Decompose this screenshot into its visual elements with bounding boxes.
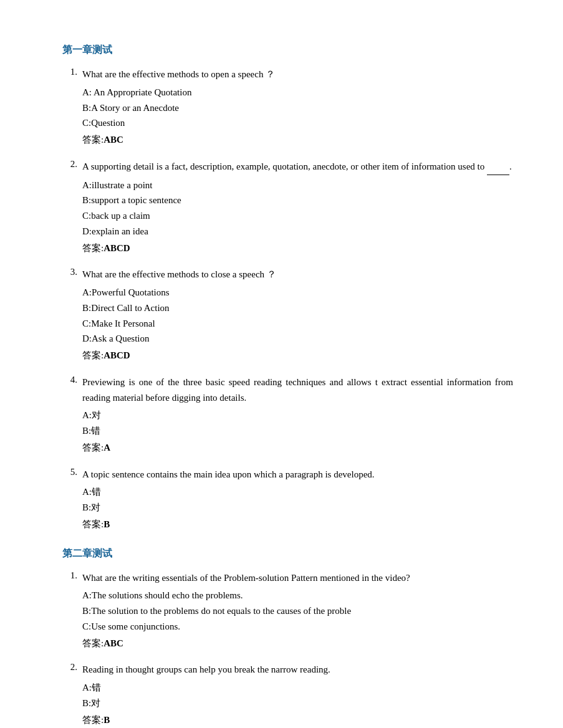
question-option: C:Make It Personal	[82, 316, 513, 332]
question-body: Previewing is one of the three basic spe…	[82, 375, 513, 456]
question-option: C:back up a claim	[82, 208, 513, 224]
chapter-title-2: 第二章测试	[62, 547, 513, 560]
question-option: B:错	[82, 423, 513, 439]
question-option: D:explain an idea	[82, 224, 513, 239]
answer-value: B	[103, 715, 110, 725]
answer-label: 答案:	[82, 519, 103, 529]
question-body: What are the effective methods to open a…	[82, 67, 513, 148]
question-item: 4.Previewing is one of the three basic s…	[62, 375, 513, 456]
question-number: 1.	[62, 67, 82, 77]
question-number: 2.	[62, 159, 82, 170]
question-number: 1.	[62, 570, 82, 581]
answer-label: 答案:	[82, 350, 103, 360]
question-text: Previewing is one of the three basic spe…	[82, 375, 513, 406]
question-option: B:A Story or an Anecdote	[82, 100, 513, 116]
question-option: B:support a topic sentence	[82, 193, 513, 208]
question-item: 2.A supporting detail is a fact, descrip…	[62, 159, 513, 256]
question-answer: 答案:B	[82, 712, 513, 728]
question-item: 1.What are the effective methods to open…	[62, 67, 513, 148]
question-option: C:Question	[82, 115, 513, 131]
answer-value: ABCD	[103, 350, 130, 360]
question-text: What are the effective methods to open a…	[82, 67, 513, 82]
question-answer: 答案:A	[82, 440, 513, 456]
question-number: 2.	[62, 662, 82, 673]
question-option: B:Direct Call to Action	[82, 300, 513, 316]
question-item: 5.A topic sentence contains the main ide…	[62, 467, 513, 532]
answer-label: 答案:	[82, 715, 103, 725]
question-item: 2.Reading in thought groups can help you…	[62, 662, 513, 727]
question-number: 4.	[62, 375, 82, 385]
chapter-title-1: 第一章测试	[62, 44, 513, 57]
question-text: A topic sentence contains the main idea …	[82, 467, 513, 482]
question-item: 3.What are the effective methods to clos…	[62, 267, 513, 363]
answer-value: B	[103, 519, 110, 529]
question-option: C:Use some conjunctions.	[82, 619, 513, 635]
question-list-2: 1.What are the writing essentials of the…	[62, 570, 513, 728]
question-option: B:对	[82, 500, 513, 515]
question-option: D:Ask a Question	[82, 331, 513, 347]
question-list-1: 1.What are the effective methods to open…	[62, 67, 513, 532]
answer-value: ABC	[103, 638, 123, 648]
question-text: A supporting detail is a fact, descripti…	[82, 159, 513, 175]
question-option: A: An Appropriate Quotation	[82, 85, 513, 100]
question-option: B:The solution to the problems do not eq…	[82, 603, 513, 619]
question-number: 5.	[62, 467, 82, 477]
question-option: A:对	[82, 408, 513, 423]
question-option: A:错	[82, 680, 513, 696]
question-answer: 答案:B	[82, 517, 513, 532]
question-body: Reading in thought groups can help you b…	[82, 662, 513, 727]
answer-label: 答案:	[82, 638, 103, 648]
question-option: A:Powerful Quotations	[82, 285, 513, 300]
chapter-section-2: 第二章测试1.What are the writing essentials o…	[62, 547, 513, 728]
question-option: A:illustrate a point	[82, 178, 513, 193]
page-content: 第一章测试1.What are the effective methods to…	[62, 44, 513, 727]
question-option: B:对	[82, 696, 513, 711]
answer-label: 答案:	[82, 243, 103, 253]
question-body: What are the effective methods to close …	[82, 267, 513, 363]
question-number: 3.	[62, 267, 82, 277]
question-body: What are the writing essentials of the P…	[82, 570, 513, 651]
question-body: A topic sentence contains the main idea …	[82, 467, 513, 532]
question-answer: 答案:ABCD	[82, 348, 513, 363]
question-answer: 答案:ABCD	[82, 241, 513, 256]
question-option: A:错	[82, 484, 513, 500]
chapter-section-1: 第一章测试1.What are the effective methods to…	[62, 44, 513, 532]
question-text: What are the effective methods to close …	[82, 267, 513, 282]
question-item: 1.What are the writing essentials of the…	[62, 570, 513, 651]
answer-value: ABC	[103, 135, 123, 145]
answer-label: 答案:	[82, 443, 103, 453]
answer-label: 答案:	[82, 135, 103, 145]
question-option: A:The solutions should echo the problems…	[82, 588, 513, 603]
question-answer: 答案:ABC	[82, 636, 513, 651]
answer-value: A	[103, 443, 110, 453]
question-body: A supporting detail is a fact, descripti…	[82, 159, 513, 256]
question-answer: 答案:ABC	[82, 132, 513, 148]
answer-value: ABCD	[103, 243, 130, 253]
question-text: What are the writing essentials of the P…	[82, 570, 513, 586]
question-text: Reading in thought groups can help you b…	[82, 662, 513, 678]
